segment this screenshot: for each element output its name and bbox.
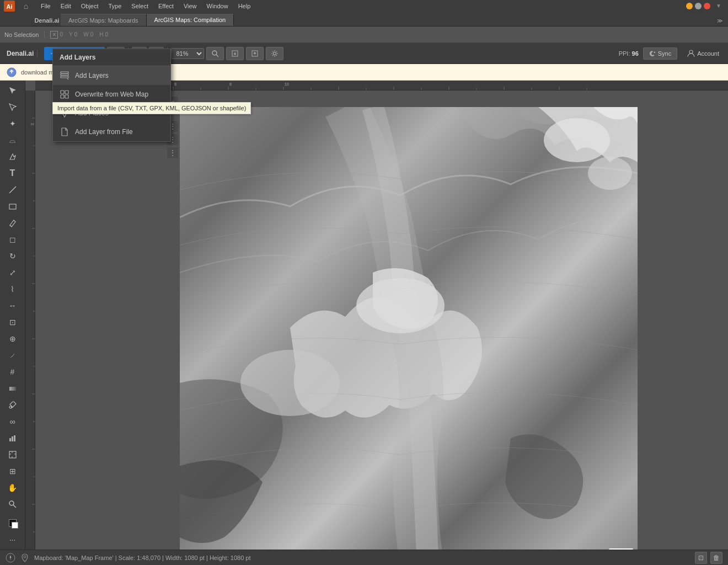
y-label: Y (69, 31, 73, 38)
upload-icon (7, 67, 17, 77)
menu-object[interactable]: Object (77, 2, 103, 10)
scale-tool[interactable]: ⤢ (4, 265, 22, 280)
menu-effect[interactable]: Effect (154, 2, 178, 10)
pencil-tool[interactable] (4, 215, 22, 231)
type-tool[interactable]: T (4, 166, 22, 181)
mesh-tool[interactable]: # (4, 364, 22, 380)
brand-label: Denali.ai (3, 50, 38, 57)
svg-rect-17 (9, 438, 11, 441)
w-label: W (83, 31, 88, 38)
status-text: Mapboard: 'Map_Map Frame' | Scale: 1:48,… (34, 555, 251, 561)
main-area: ✦ ⌓ T ◻ ↻ ⤢ ⌇ ↔ ⊡ ⊕ ⟋ # ∞ (0, 81, 728, 550)
svg-line-13 (9, 186, 16, 193)
rotate-tool[interactable]: ↻ (4, 248, 22, 264)
ruler-v-svg: 2 (25, 90, 35, 550)
w-val: 0 (90, 31, 94, 38)
svg-text:10: 10 (285, 82, 289, 86)
svg-rect-82 (61, 72, 68, 73)
svg-rect-80 (61, 76, 68, 78)
menu-file[interactable]: File (36, 2, 55, 10)
artboard-tool[interactable] (4, 447, 22, 462)
tab-mapboards[interactable]: ArcGIS Maps: Mapboards (61, 14, 147, 26)
direct-select-tool[interactable] (4, 99, 22, 115)
selection-tool[interactable] (4, 83, 22, 98)
x-coord: 0 (60, 31, 63, 38)
account-btn[interactable]: Account (682, 47, 725, 60)
svg-text:Ai: Ai (7, 3, 13, 10)
perspective-tool[interactable]: ⟋ (4, 348, 22, 363)
app-logo: Ai (3, 0, 15, 12)
menu-edit[interactable]: Edit (56, 2, 76, 10)
location-icon (20, 553, 30, 563)
h-val: 0 (105, 31, 108, 38)
add-layer-file-label: Add Layer from File (75, 128, 133, 136)
hand-tool[interactable]: ✋ (4, 480, 22, 495)
column-graph-tool[interactable] (4, 430, 22, 446)
svg-rect-15 (9, 387, 16, 391)
dropdown-item-add-layers[interactable]: Add Layers (53, 66, 170, 85)
menu-view[interactable]: View (179, 2, 201, 10)
toolbar-right: PPI: 96 Sync Account (619, 47, 725, 60)
left-panel-empty: « ⋮ ⋮ ⋮ (35, 90, 179, 550)
blend-tool[interactable]: ∞ (4, 414, 22, 429)
ppi-label: PPI: 96 (619, 50, 639, 57)
doc-title: Denali.ai (34, 17, 59, 24)
maximize-btn[interactable] (695, 3, 702, 9)
lasso-tool[interactable]: ⌓ (4, 132, 22, 148)
svg-text:2: 2 (30, 123, 34, 125)
eyedropper-tool[interactable] (4, 397, 22, 413)
width-tool[interactable]: ↔ (4, 298, 22, 313)
left-toolbar: ✦ ⌓ T ◻ ↻ ⤢ ⌇ ↔ ⊡ ⊕ ⟋ # ∞ (0, 81, 25, 550)
svg-rect-87 (65, 95, 68, 98)
rect-tool[interactable] (4, 199, 22, 214)
sync-btn[interactable]: Sync (643, 47, 677, 60)
export-btn[interactable] (226, 47, 244, 60)
fill-stroke-indicator[interactable] (4, 515, 22, 531)
svg-line-83 (67, 78, 68, 79)
zoom-select[interactable]: 81% 100% 50% 150% (171, 48, 204, 59)
status-delete-btn[interactable]: 🗑 (710, 552, 722, 564)
svg-point-10 (274, 52, 276, 55)
home-icon[interactable]: ⌂ (20, 0, 32, 12)
menu-window[interactable]: Window (202, 2, 233, 10)
line-tool[interactable] (4, 182, 22, 198)
transform-x-icon: X (50, 31, 58, 39)
collapse-icon[interactable]: ≫ (711, 15, 728, 26)
zoom-tool[interactable] (4, 497, 22, 512)
shape-builder-tool[interactable]: ⊕ (4, 331, 22, 347)
dropdown-item-overwrite[interactable]: Overwrite from Web Map (53, 85, 170, 104)
minimize-btn[interactable] (686, 3, 693, 9)
panel-dots-bottom[interactable]: ⋮ (167, 147, 179, 159)
magic-wand-tool[interactable]: ✦ (4, 116, 22, 131)
zoom-fit-btn[interactable] (206, 47, 224, 60)
layers-icon (60, 71, 69, 81)
more-tools-btn[interactable]: ··· (4, 532, 22, 547)
eraser-tool[interactable]: ◻ (4, 232, 22, 247)
h-label: H (99, 31, 103, 38)
map-frame: Airbus, USGS, NGA, NASA, CGIAR, NCEAS, N… (180, 107, 638, 550)
dropdown-item-add-file[interactable]: Add Layer from File (53, 122, 170, 141)
free-transform-tool[interactable]: ⊡ (4, 315, 22, 330)
menu-help[interactable]: Help (234, 2, 255, 10)
settings-btn[interactable] (266, 47, 283, 60)
svg-point-6 (212, 51, 217, 55)
import-btn[interactable] (246, 47, 264, 60)
ruler-vertical: 2 (25, 90, 35, 550)
warp-tool[interactable]: ⌇ (4, 281, 22, 297)
pen-tool[interactable] (4, 149, 22, 164)
svg-rect-53 (25, 90, 35, 550)
menu-type[interactable]: Type (104, 2, 126, 10)
terrain-svg: Airbus, USGS, NGA, NASA, CGIAR, NCEAS, N… (180, 107, 638, 550)
tab-compilation[interactable]: ArcGIS Maps: Compilation (147, 14, 234, 26)
svg-text:6: 6 (174, 82, 176, 86)
status-fit-btn[interactable]: ⊡ (695, 552, 707, 564)
svg-rect-20 (9, 451, 16, 458)
menu-bar: Ai ⌂ File Edit Object Type Select Effect… (0, 0, 728, 12)
gradient-tool[interactable] (4, 381, 22, 396)
svg-rect-14 (9, 204, 16, 209)
close-btn[interactable] (704, 3, 710, 9)
svg-rect-19 (14, 435, 15, 441)
menu-select[interactable]: Select (127, 2, 153, 10)
file-icon (60, 127, 69, 137)
slice-tool[interactable]: ⊞ (4, 463, 22, 479)
